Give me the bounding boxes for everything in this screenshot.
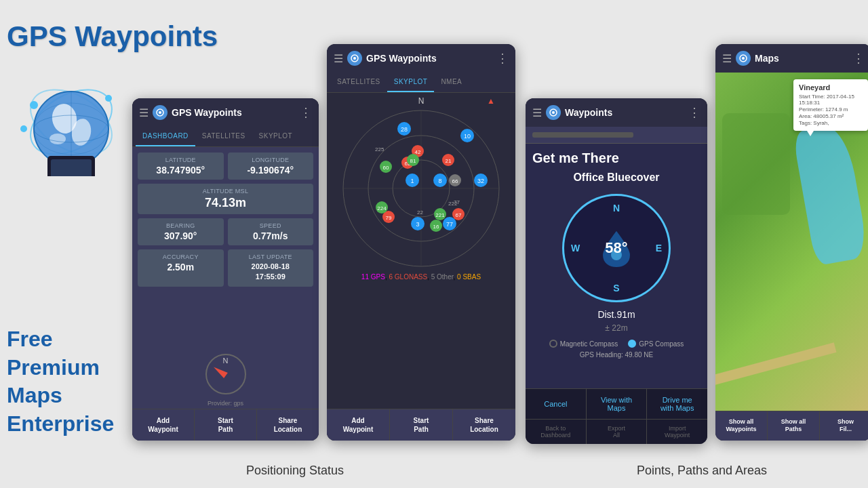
svg-text:32: 32 (477, 178, 484, 184)
last-update-label: Last Update (233, 253, 309, 260)
longitude-value: -9.190674° (233, 165, 309, 176)
promo-text: FreePremiumMapsEnterprise (7, 325, 114, 438)
svg-text:16: 16 (433, 224, 439, 230)
phone2-dots[interactable]: ⋮ (496, 51, 509, 66)
svg-text:42: 42 (415, 149, 421, 155)
bearing-cell: Bearing 307.90° (138, 218, 224, 245)
altitude-cell: Altitude MSL 74.13m (138, 184, 313, 214)
bearing-label: Bearing (143, 222, 218, 229)
svg-text:3: 3 (416, 221, 419, 228)
tab-skyplot-p2[interactable]: SKYPLOT (387, 73, 435, 92)
compass-south-label: S (613, 283, 619, 293)
add-waypoint-button-p1[interactable]: AddWaypoint (132, 409, 195, 441)
import-waypoint-btn[interactable]: ImportWaypoint (647, 420, 707, 444)
main-title: GPS Waypoints (7, 20, 218, 53)
last-update-cell: Last Update 2020-08-1817:55:09 (228, 249, 314, 287)
phone2-app-logo (347, 51, 362, 66)
svg-rect-11 (51, 159, 92, 176)
svg-point-65 (552, 111, 555, 114)
gps-count: 11 GPS (361, 273, 385, 281)
gps-compass-label: GPS Compass (639, 340, 684, 348)
longitude-cell: Longitude -9.190674° (228, 152, 314, 180)
positioning-status-label: Positioning Status (203, 464, 387, 478)
svg-text:66: 66 (452, 178, 458, 184)
svg-text:28: 28 (401, 126, 408, 133)
compass-west-label: W (571, 243, 580, 253)
phone2-hamburger-icon[interactable]: ☰ (334, 52, 343, 65)
dist-info: Dist.91m (532, 309, 701, 320)
skyplot-container: 28 10 1 8 32 3 77 42 62 21 79 67 81 60 (340, 107, 502, 270)
action-buttons: Cancel View withMaps Drive mewith Maps (526, 388, 707, 419)
svg-text:77: 77 (446, 221, 453, 228)
bearing-value: 307.90° (143, 230, 218, 241)
svg-text:60: 60 (383, 165, 389, 171)
tooltip-title: Vineyard (799, 83, 863, 92)
latitude-label: Latitude (143, 157, 218, 163)
svg-text:8: 8 (438, 178, 441, 184)
view-with-maps-button[interactable]: View withMaps (587, 389, 648, 419)
phone-waypoints: ☰ Waypoints ⋮ Get me There Office Blueco… (526, 98, 707, 444)
get-me-there-title: Get me There (532, 150, 701, 166)
svg-text:22: 22 (417, 209, 423, 216)
north-arrow-icon: ▲ (487, 96, 495, 106)
svg-point-14 (20, 125, 27, 132)
svg-point-18 (353, 57, 356, 60)
show-all-waypoints-button[interactable]: Show allWaypoints (715, 411, 768, 441)
gps-compass-option[interactable]: GPS Compass (628, 340, 684, 348)
show-filters-button[interactable]: ShowFil... (820, 411, 868, 441)
phone1-header: ☰ GPS Waypoints ⋮ (132, 98, 319, 127)
export-all-btn[interactable]: ExportAll (587, 420, 648, 444)
share-location-button-p1[interactable]: ShareLocation (257, 409, 319, 441)
map-tooltip: Vineyard Start Time: 2017-04-1515:18:31 … (793, 79, 868, 131)
svg-text:1: 1 (410, 178, 414, 184)
road-icon (715, 342, 837, 387)
gps-heading-text: GPS Heading: 49.80 NE (532, 351, 701, 359)
show-all-paths-button[interactable]: Show allPaths (768, 411, 820, 441)
share-location-button-p2[interactable]: ShareLocation (453, 409, 515, 441)
phone-maps: ☰ Maps ⋮ (715, 44, 868, 441)
compass-display: N E S W 58° (562, 194, 671, 302)
svg-text:10: 10 (464, 133, 471, 140)
add-waypoint-button-p2[interactable]: AddWaypoint (327, 409, 390, 441)
phone3-dots[interactable]: ⋮ (688, 105, 701, 120)
maps-view: Vineyard Start Time: 2017-04-1515:18:31 … (715, 73, 868, 411)
other-count: 5 Other (431, 273, 454, 281)
last-update-value: 2020-08-1817:55:09 (233, 262, 309, 283)
phone1-dots[interactable]: ⋮ (300, 105, 312, 120)
svg-point-13 (105, 95, 112, 102)
phone-skyplot: ☰ GPS Waypoints ⋮ SATELLITES SKYPLOT NME… (327, 44, 515, 441)
phone4-dots[interactable]: ⋮ (852, 51, 865, 66)
accuracy-label: Accuracy (143, 253, 218, 260)
drive-with-maps-button[interactable]: Drive mewith Maps (647, 389, 707, 419)
back-to-dashboard-btn[interactable]: Back toDashboard (526, 420, 587, 444)
svg-point-12 (30, 101, 38, 109)
compass-needle-icon (212, 364, 228, 378)
accuracy-value: 2.50m (143, 262, 218, 272)
svg-text:81: 81 (410, 158, 416, 164)
start-path-button-p1[interactable]: StartPath (195, 409, 257, 441)
tab-skyplot[interactable]: SKYPLOT (252, 127, 300, 146)
cancel-button[interactable]: Cancel (526, 389, 587, 419)
tab-satellites[interactable]: SATELLITES (195, 127, 252, 146)
compass-type-row: Magnetic Compass GPS Compass (532, 340, 701, 348)
tooltip-perimeter: Perimeter: 1274.9 m (799, 106, 863, 113)
svg-text:224: 224 (377, 205, 387, 211)
svg-point-16 (159, 111, 161, 114)
water-area-icon (792, 123, 868, 266)
tooltip-arrow-icon (807, 131, 814, 136)
phone3-hamburger-icon[interactable]: ☰ (532, 106, 542, 119)
speed-cell: Speed 0.77m/s (228, 218, 314, 245)
svg-text:77: 77 (454, 199, 460, 205)
list-hint-bar (532, 132, 633, 138)
start-path-button-p2[interactable]: StartPath (390, 409, 453, 441)
phone4-app-title: Maps (755, 53, 779, 64)
phone3-app-title: Waypoints (565, 107, 612, 118)
tab-dashboard[interactable]: DASHBOARD (136, 127, 195, 146)
magnetic-compass-label: Magnetic Compass (560, 340, 618, 348)
tab-satellites-p2[interactable]: SATELLITES (330, 73, 387, 92)
phone4-hamburger-icon[interactable]: ☰ (722, 52, 732, 65)
speed-value: 0.77m/s (233, 230, 309, 241)
hamburger-icon[interactable]: ☰ (139, 106, 149, 119)
magnetic-compass-option[interactable]: Magnetic Compass (549, 340, 618, 348)
tab-nmea-p2[interactable]: NMEA (434, 73, 469, 92)
